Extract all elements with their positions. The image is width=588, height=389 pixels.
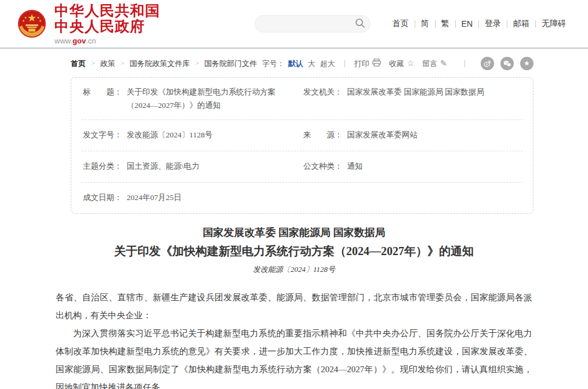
site-header: 中华人民共和国中央人民政府 www.gov.cn 首页 简 繁 EN 登录 邮箱…	[0, 0, 588, 49]
nav-home[interactable]: 首页	[387, 19, 415, 29]
nav-accessibility[interactable]: 无障碍	[536, 19, 572, 29]
breadcrumb-separator: >	[91, 59, 95, 68]
document-paragraph-recipients: 各省、自治区、直辖市、新疆生产建设兵团发展改革委、能源局、数据管理部门，北京市城…	[56, 289, 532, 325]
site-url-prefix: www.	[55, 37, 72, 45]
search-box	[255, 15, 371, 32]
nav-simplified[interactable]: 简	[415, 19, 435, 29]
site-logo[interactable]: 中华人民共和国中央人民政府 www.gov.cn	[17, 3, 162, 45]
nav-english[interactable]: EN	[456, 19, 478, 28]
nav-login[interactable]: 登录	[479, 19, 507, 29]
breadcrumb-separator: >	[121, 59, 125, 68]
nav-traditional[interactable]: 繁	[435, 19, 455, 29]
divider	[344, 60, 345, 67]
meta-row: 主题分类： 国土资源、能源\电力 公文种类： 通知	[82, 151, 522, 183]
favorite-label: 收藏	[389, 59, 404, 69]
meta-issuer-cell: 发文机关： 国家发展改革委 国家能源局 国家数据局	[302, 78, 522, 119]
comment-label: 留言	[422, 59, 437, 69]
print-label: 打印	[354, 59, 369, 69]
meta-category-label: 主题分类：	[83, 160, 122, 173]
meta-row: 标 题： 关于印发《加快构建新型电力系统行动方案（2024—2027年）》的通知…	[82, 78, 522, 120]
weibo-icon	[484, 60, 491, 67]
meta-title-label: 标 题：	[83, 86, 122, 112]
meta-doctype-cell: 公文种类： 通知	[302, 151, 522, 182]
meta-issuer-value: 国家发展改革委 国家能源局 国家数据局	[347, 86, 484, 112]
site-url: www.gov.cn	[55, 37, 162, 45]
breadcrumb-separator: >	[195, 59, 199, 68]
comment-button[interactable]: 留言 ✎	[422, 59, 447, 69]
nav-mail[interactable]: 邮箱	[507, 19, 535, 29]
document-title-main: 关于印发《加快构建新型电力系统行动方案（2024—2027年）》的通知	[56, 242, 532, 260]
site-url-gov: gov	[72, 37, 86, 45]
font-size-xlarge-button[interactable]: 超大	[320, 59, 335, 69]
breadcrumb-policy[interactable]: 政策	[100, 59, 115, 69]
site-url-suffix: .cn	[86, 37, 96, 45]
site-title[interactable]: 中华人民共和国中央人民政府	[55, 3, 162, 35]
search-icon	[355, 18, 365, 28]
share-weibo-button[interactable]	[481, 57, 494, 70]
meta-date-value: 2024年07月25日	[127, 191, 182, 205]
national-emblem-icon	[17, 9, 46, 38]
breadcrumb-policy-library[interactable]: 国务院政策文件库	[130, 59, 190, 69]
breadcrumb: 首页 > 政策 > 国务院政策文件库 > 国务院部门文件	[71, 59, 257, 69]
site-title-block: 中华人民共和国中央人民政府 www.gov.cn	[55, 3, 162, 45]
favorite-button[interactable]: 收藏 ☆	[389, 59, 415, 69]
printer-icon	[372, 59, 381, 68]
meta-source-value: 国家发展改革委网站	[347, 129, 418, 142]
meta-doctype-label: 公文种类：	[303, 160, 343, 173]
page-toolbar: 字号： 默认 大 超大 打印 收藏 ☆ 留言 ✎	[262, 57, 533, 70]
meta-title-cell: 标 题： 关于印发《加快构建新型电力系统行动方案（2024—2027年）》的通知	[82, 78, 302, 119]
star-icon: ☆	[407, 60, 415, 68]
star-badge-icon: ★	[524, 59, 530, 68]
document-number: 发改能源〔2024〕1128号	[56, 264, 532, 275]
breadcrumb-department-docs[interactable]: 国务院部门文件	[204, 59, 257, 69]
meta-category-cell: 主题分类： 国土资源、能源\电力	[82, 151, 302, 182]
font-size-label: 字号：	[262, 59, 285, 69]
meta-docnumber-cell: 发文字号： 发改能源〔2024〕1128号	[82, 120, 302, 151]
search-button[interactable]	[353, 17, 367, 31]
meta-empty-cell	[302, 183, 522, 213]
font-size-large-button[interactable]: 大	[308, 59, 315, 69]
top-nav: 首页 简 繁 EN 登录 邮箱 无障碍	[387, 19, 572, 29]
print-button[interactable]: 打印	[354, 59, 381, 69]
meta-row: 成文日期： 2024年07月25日	[82, 183, 522, 213]
divider	[464, 60, 465, 67]
share-qzone-button[interactable]: ★	[520, 57, 533, 70]
breadcrumb-home[interactable]: 首页	[71, 59, 86, 69]
share-wechat-button[interactable]	[500, 57, 514, 70]
breadcrumb-toolbar-row: 首页 > 政策 > 国务院政策文件库 > 国务院部门文件 字号： 默认 大 超大…	[71, 57, 533, 70]
document-title-agencies: 国家发展改革委 国家能源局 国家数据局	[56, 224, 532, 241]
meta-row: 发文字号： 发改能源〔2024〕1128号 来 源： 国家发展改革委网站	[82, 120, 522, 151]
meta-title-value: 关于印发《加快构建新型电力系统行动方案（2024—2027年）》的通知	[127, 86, 297, 112]
meta-source-cell: 来 源： 国家发展改革委网站	[302, 120, 522, 151]
meta-docnumber-value: 发改能源〔2024〕1128号	[127, 129, 213, 142]
meta-category-value: 国土资源、能源\电力	[127, 160, 199, 173]
document-body: 国家发展改革委 国家能源局 国家数据局 关于印发《加快构建新型电力系统行动方案（…	[56, 224, 532, 389]
meta-doctype-value: 通知	[347, 160, 363, 173]
meta-date-label: 成文日期：	[83, 191, 122, 205]
pencil-icon: ✎	[440, 60, 447, 68]
document-paragraph-body: 为深入贯彻落实习近平总书记关于构建新型电力系统的重要指示精神和《中共中央办公厅、…	[56, 325, 532, 389]
wechat-icon	[503, 60, 511, 67]
meta-date-cell: 成文日期： 2024年07月25日	[82, 183, 302, 213]
meta-issuer-label: 发文机关：	[303, 86, 343, 112]
font-size-default-button[interactable]: 默认	[288, 59, 303, 69]
document-meta-table: 标 题： 关于印发《加快构建新型电力系统行动方案（2024—2027年）》的通知…	[71, 77, 533, 214]
share-icons: ★	[474, 57, 533, 70]
meta-source-label: 来 源：	[303, 129, 343, 142]
meta-docnumber-label: 发文字号：	[83, 129, 122, 142]
